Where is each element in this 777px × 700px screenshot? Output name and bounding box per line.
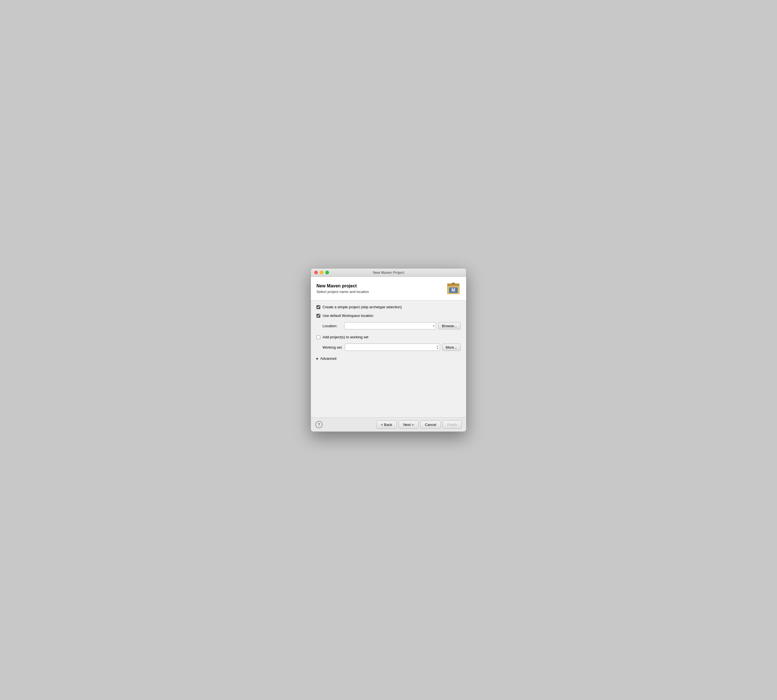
working-set-label: Working set: bbox=[323, 345, 343, 350]
finish-button[interactable]: Finish bbox=[442, 420, 462, 429]
add-working-set-row: Add project(s) to working set bbox=[317, 335, 460, 339]
working-set-row: Working set: ▲ ▼ More... bbox=[323, 343, 460, 351]
svg-rect-6 bbox=[452, 283, 455, 284]
close-button[interactable] bbox=[314, 271, 318, 274]
svg-text:M: M bbox=[452, 288, 455, 292]
window-title: New Maven Project bbox=[373, 270, 404, 275]
location-row: Location: ▾ Browse... bbox=[323, 322, 460, 329]
simple-project-label: Create a simple project (skip archetype … bbox=[323, 305, 402, 309]
working-set-input-container: ▲ ▼ bbox=[345, 343, 440, 351]
next-button[interactable]: Next > bbox=[399, 420, 419, 429]
cancel-button[interactable]: Cancel bbox=[420, 420, 441, 429]
default-workspace-checkbox[interactable] bbox=[317, 314, 320, 318]
location-input[interactable] bbox=[344, 322, 436, 329]
dialog-window: New Maven Project New Maven project Sele… bbox=[310, 268, 467, 432]
simple-project-row: Create a simple project (skip archetype … bbox=[317, 305, 460, 309]
footer-buttons: < Back Next > Cancel Finish bbox=[376, 420, 462, 429]
advanced-section[interactable]: ▶ Advanced bbox=[317, 357, 460, 360]
dialog-subtitle: Select project name and location bbox=[317, 290, 369, 294]
footer-left: ? bbox=[315, 421, 323, 428]
add-working-set-checkbox[interactable] bbox=[317, 335, 320, 339]
add-working-set-label: Add project(s) to working set bbox=[323, 335, 368, 339]
default-workspace-label: Use default Workspace location bbox=[323, 313, 373, 318]
maven-icon: M bbox=[446, 281, 460, 296]
more-button[interactable]: More... bbox=[442, 343, 460, 351]
advanced-label: Advanced bbox=[320, 357, 337, 360]
default-workspace-row: Use default Workspace location bbox=[317, 313, 460, 318]
location-input-container: ▾ bbox=[344, 322, 436, 329]
title-bar: New Maven Project bbox=[311, 268, 466, 277]
advanced-arrow-icon: ▶ bbox=[317, 357, 318, 360]
footer: ? < Back Next > Cancel Finish bbox=[311, 417, 466, 432]
simple-project-checkbox[interactable] bbox=[317, 305, 320, 309]
dialog-title: New Maven project bbox=[317, 283, 369, 288]
back-button[interactable]: < Back bbox=[376, 420, 397, 429]
maximize-button[interactable] bbox=[325, 271, 329, 274]
browse-button[interactable]: Browse... bbox=[439, 322, 460, 329]
help-button[interactable]: ? bbox=[315, 421, 323, 428]
minimize-button[interactable] bbox=[320, 271, 323, 274]
content-area: Create a simple project (skip archetype … bbox=[311, 300, 466, 417]
header-text: New Maven project Select project name an… bbox=[317, 283, 369, 294]
window-controls bbox=[314, 271, 329, 274]
working-set-input[interactable] bbox=[345, 343, 440, 351]
location-label: Location: bbox=[323, 324, 342, 328]
header-section: New Maven project Select project name an… bbox=[311, 277, 466, 300]
